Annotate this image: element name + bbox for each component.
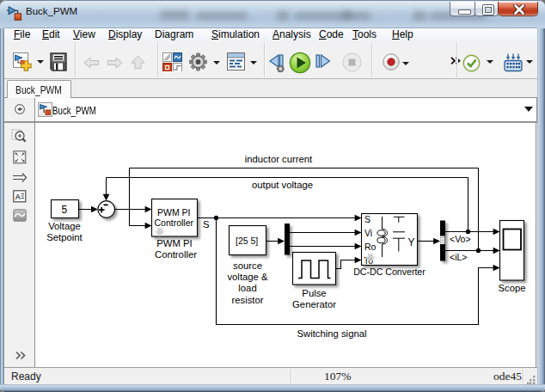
svg-text:Controller: Controller (155, 249, 197, 260)
svg-text:Vi: Vi (364, 228, 372, 238)
svg-text:PWM PI: PWM PI (156, 238, 192, 248)
svg-text:DC-DC Converter: DC-DC Converter (353, 266, 426, 277)
svg-text:Controller: Controller (155, 217, 194, 228)
svg-text:load: load (238, 283, 256, 293)
svg-text:resistor: resistor (231, 295, 263, 305)
svg-text:5: 5 (62, 204, 68, 216)
svg-text:Voltage: Voltage (48, 221, 81, 231)
svg-text:Switching signal: Switching signal (297, 328, 366, 339)
svg-text:voltage &: voltage & (227, 272, 268, 282)
svg-text:[25 5]: [25 5] (236, 236, 258, 246)
svg-text:Scope: Scope (498, 283, 525, 293)
svg-text:inductor current: inductor current (245, 154, 313, 164)
svg-text:Ro: Ro (364, 242, 377, 252)
svg-text:Pulse: Pulse (302, 288, 326, 298)
svg-text:PWM PI: PWM PI (157, 207, 191, 217)
svg-text:source: source (233, 260, 262, 271)
svg-text:Setpoint: Setpoint (46, 232, 83, 242)
svg-text:S: S (203, 219, 210, 230)
svg-text:<iL>: <iL> (450, 252, 467, 262)
svg-text:<Vo>: <Vo> (450, 234, 471, 244)
svg-text:Generator: Generator (292, 299, 336, 309)
svg-text:A: A (15, 193, 21, 201)
svg-text:S: S (364, 214, 370, 224)
svg-text:output voltage: output voltage (252, 180, 313, 190)
svg-text:Y: Y (408, 236, 415, 248)
